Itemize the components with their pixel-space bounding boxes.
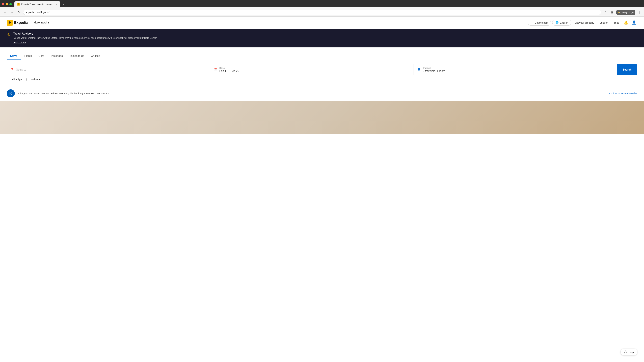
- active-tab[interactable]: E Expedia Travel: Vacation Home... ×: [14, 1, 60, 7]
- onekey-banner: K John, you can earn OneKeyCash on every…: [0, 86, 644, 101]
- travelers-label: Travelers: [423, 67, 445, 69]
- close-window-button[interactable]: [2, 3, 4, 5]
- add-flight-label[interactable]: Add a flight: [7, 78, 22, 81]
- support-label: Support: [600, 21, 608, 24]
- list-property-button[interactable]: List your property: [573, 20, 596, 25]
- download-icon: ⬇: [531, 21, 533, 24]
- search-row: 📍 Going to 📅 Dates Feb 17 – Feb 20 👤 Tra…: [7, 64, 637, 75]
- more-travel-button[interactable]: More travel ▾: [32, 20, 51, 26]
- onekey-message: John, you can earn OneKeyCash on every e…: [18, 92, 109, 95]
- search-tabs: Stays Flights Cars Packages Things to do…: [7, 52, 637, 60]
- map-area: [0, 101, 644, 134]
- logo-icon: ✈: [7, 19, 13, 26]
- tab-cruises[interactable]: Cruises: [88, 52, 103, 60]
- person-icon: 👤: [632, 20, 636, 25]
- tab-close-button[interactable]: ×: [55, 3, 58, 6]
- address-input[interactable]: [23, 10, 601, 15]
- checkbox-row: Add a flight Add a car: [7, 78, 637, 81]
- explore-onekey-link[interactable]: Explore One Key benefits: [609, 92, 637, 95]
- add-car-text: Add a car: [30, 78, 40, 81]
- advisory-help-link[interactable]: Help Center: [14, 41, 26, 44]
- travelers-content: Travelers 2 travelers, 1 room: [423, 67, 445, 72]
- onekey-left: K John, you can earn OneKeyCash on every…: [7, 89, 109, 97]
- add-flight-checkbox[interactable]: [7, 78, 10, 81]
- dates-value: Feb 17 – Feb 20: [219, 69, 239, 72]
- page-content: ✈ Expedia More travel ▾ ⬇ Get the app 🌐 …: [0, 16, 644, 362]
- support-button[interactable]: Support: [598, 20, 610, 25]
- forward-button[interactable]: →: [9, 10, 14, 15]
- account-button[interactable]: 👤: [630, 19, 637, 26]
- title-bar: E Expedia Travel: Vacation Home... × +: [2, 1, 642, 7]
- avatar-letter: K: [10, 91, 12, 95]
- calendar-icon: 📅: [214, 68, 217, 71]
- tab-stays[interactable]: Stays: [7, 52, 21, 60]
- help-icon: 💬: [624, 351, 627, 354]
- address-bar-actions: ☆ ⊞ 🕵 Incognito (2) ⋮: [603, 10, 642, 15]
- expedia-logo[interactable]: ✈ Expedia: [7, 19, 28, 26]
- dates-content: Dates Feb 17 – Feb 20: [219, 67, 239, 72]
- back-button[interactable]: ←: [2, 10, 8, 15]
- tabs-bar: E Expedia Travel: Vacation Home... × +: [14, 1, 66, 7]
- language-label: English: [560, 21, 568, 24]
- list-property-label: List your property: [575, 21, 594, 24]
- globe-icon: 🌐: [556, 21, 559, 24]
- header-right: ⬇ Get the app 🌐 English List your proper…: [528, 19, 637, 26]
- advisory-banner: ⚠ Travel Advisory Due to winter weather …: [0, 29, 644, 47]
- going-to-field[interactable]: 📍 Going to: [7, 64, 210, 75]
- language-button[interactable]: 🌐 English: [552, 19, 572, 26]
- help-label: Help: [628, 351, 634, 354]
- help-button[interactable]: 💬 Help: [620, 349, 637, 355]
- advisory-body: Due to winter weather in the United Stat…: [14, 36, 157, 40]
- site-header: ✈ Expedia More travel ▾ ⬇ Get the app 🌐 …: [0, 16, 644, 29]
- dates-field[interactable]: 📅 Dates Feb 17 – Feb 20: [210, 64, 414, 75]
- new-tab-button[interactable]: +: [61, 2, 66, 7]
- search-button[interactable]: Search: [617, 64, 637, 75]
- add-car-checkbox[interactable]: [26, 78, 29, 81]
- reload-button[interactable]: ↻: [16, 10, 22, 15]
- travelers-value: 2 travelers, 1 room: [423, 69, 445, 72]
- going-to-content: Going to: [16, 68, 26, 71]
- dates-label: Dates: [219, 67, 239, 69]
- address-bar: ← → ↻ ☆ ⊞ 🕵 Incognito (2) ⋮: [0, 8, 644, 16]
- get-app-button[interactable]: ⬇ Get the app: [528, 19, 551, 26]
- search-button-label: Search: [622, 68, 632, 71]
- window-controls: [2, 3, 12, 5]
- location-icon: 📍: [10, 68, 14, 71]
- trips-button[interactable]: Trips: [612, 20, 621, 25]
- get-app-label: Get the app: [534, 21, 548, 24]
- incognito-label: Incognito (2): [622, 11, 634, 14]
- tab-title: Expedia Travel: Vacation Home...: [21, 3, 53, 5]
- trips-label: Trips: [614, 21, 619, 24]
- warning-icon: ⚠: [7, 32, 10, 37]
- chevron-down-icon: ▾: [48, 21, 49, 24]
- browser-menu-button[interactable]: ⋮: [636, 10, 642, 15]
- incognito-badge[interactable]: 🕵 Incognito (2): [616, 10, 635, 15]
- travelers-field[interactable]: 👤 Travelers 2 travelers, 1 room: [414, 64, 617, 75]
- add-car-label[interactable]: Add a car: [26, 78, 40, 81]
- tab-cars[interactable]: Cars: [35, 52, 48, 60]
- bookmark-button[interactable]: ☆: [603, 10, 608, 15]
- add-flight-text: Add a flight: [11, 78, 22, 81]
- header-left: ✈ Expedia More travel ▾: [7, 19, 51, 26]
- tab-packages[interactable]: Packages: [48, 52, 66, 60]
- search-section: Stays Flights Cars Packages Things to do…: [0, 47, 644, 86]
- tab-favicon: E: [17, 3, 20, 5]
- browser-chrome: E Expedia Travel: Vacation Home... × +: [0, 0, 644, 7]
- tab-things-to-do[interactable]: Things to do: [66, 52, 88, 60]
- advisory-title: Travel Advisory: [14, 32, 157, 35]
- travelers-icon: 👤: [417, 68, 421, 71]
- going-to-placeholder: Going to: [16, 68, 26, 71]
- advisory-content: Travel Advisory Due to winter weather in…: [14, 32, 157, 44]
- bottom-section: [0, 101, 644, 134]
- notifications-button[interactable]: 🔔: [622, 19, 629, 26]
- onekey-avatar: K: [7, 89, 15, 97]
- maximize-window-button[interactable]: [10, 3, 12, 5]
- minimize-window-button[interactable]: [6, 3, 8, 5]
- more-travel-label: More travel: [34, 21, 47, 24]
- incognito-icon: 🕵: [618, 11, 620, 14]
- logo-text: Expedia: [14, 20, 28, 25]
- tab-flights[interactable]: Flights: [21, 52, 35, 60]
- bell-icon: 🔔: [624, 20, 628, 25]
- reader-mode-button[interactable]: ⊞: [610, 10, 615, 15]
